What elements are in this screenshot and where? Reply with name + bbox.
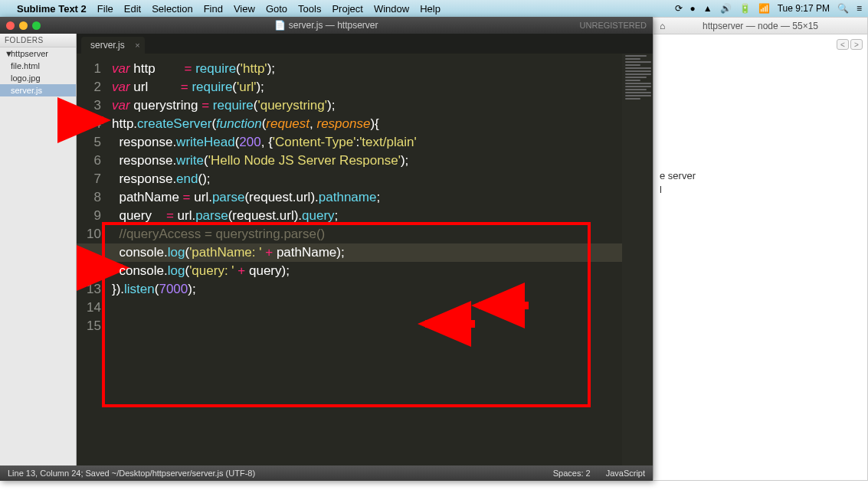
terminal-fwd-button[interactable]: > [850,39,863,50]
status-bar: Line 13, Column 24; Saved ~/Desktop/http… [0,466,653,481]
sublime-titlebar[interactable]: 📄 server.js — httpserver UNREGISTERED [0,17,653,34]
sidebar-file-selected[interactable]: server.js [0,84,76,96]
traffic-lights [6,21,41,30]
menu-goto[interactable]: Goto [266,3,287,15]
sidebar: FOLDERS ▼httpserver file.html logo.jpg s… [0,34,77,466]
menu-window[interactable]: Window [374,3,409,15]
tab-label: server.js [90,40,125,51]
menu-view[interactable]: View [234,3,255,15]
terminal-titlebar[interactable]: ⌂ httpserver — node — 55×15 [653,18,867,34]
tab-bar: server.js × [77,34,653,54]
menu-selection[interactable]: Selection [152,3,192,15]
menubar-status-icons: ⟳ ● ▲ 🔊 🔋 📶 Tue 9:17 PM 🔍 ≡ [675,3,862,14]
code-content[interactable]: var http = require('http');var url = req… [107,54,622,466]
notification-icon[interactable]: ≡ [857,3,862,14]
terminal-back-button[interactable]: < [837,39,849,50]
clock[interactable]: Tue 9:17 PM [778,3,830,14]
sidebar-file[interactable]: file.html [0,60,76,72]
terminal-nav-buttons: < > [837,39,863,50]
wifi-icon[interactable]: 📶 [758,3,770,14]
menu-project[interactable]: Project [332,3,362,15]
terminal-body[interactable]: e server l [653,34,867,201]
terminal-title: httpserver — node — 55×15 [653,21,867,31]
menu-find[interactable]: Find [204,3,223,15]
menu-edit[interactable]: Edit [124,3,141,15]
app-name[interactable]: Sublime Text 2 [17,3,87,15]
sidebar-header: FOLDERS [0,34,76,47]
close-window-button[interactable] [6,21,15,30]
menu-file[interactable]: File [97,3,113,15]
tab-close-icon[interactable]: × [135,41,139,50]
unregistered-label: UNREGISTERED [580,21,647,30]
cloud-icon[interactable]: ● [690,3,696,14]
sublime-window: 📄 server.js — httpserver UNREGISTERED FO… [0,17,653,481]
terminal-window[interactable]: ⌂ httpserver — node — 55×15 < > e server… [653,17,868,481]
sync-icon[interactable]: ⟳ [675,3,683,14]
status-language[interactable]: JavaScript [606,469,645,478]
tab-serverjs[interactable]: server.js × [81,37,145,54]
battery-icon[interactable]: 🔋 [739,3,751,14]
status-left: Line 13, Column 24; Saved ~/Desktop/http… [8,469,255,478]
sidebar-project[interactable]: ▼httpserver [0,47,76,60]
menu-tools[interactable]: Tools [298,3,321,15]
terminal-line: e server [660,169,861,183]
minimap[interactable] [622,54,653,466]
editor-area: server.js × 123456789101112131415 var ht… [77,34,653,466]
sidebar-file[interactable]: logo.jpg [0,72,76,84]
spotlight-icon[interactable]: 🔍 [837,3,849,14]
mac-menubar: Sublime Text 2 File Edit Selection Find … [0,0,868,17]
code-editor[interactable]: 123456789101112131415 var http = require… [77,54,653,466]
title-file-icon: 📄 [274,20,286,31]
terminal-line: l [660,183,861,197]
zoom-window-button[interactable] [32,21,41,30]
status-spaces[interactable]: Spaces: 2 [553,469,591,478]
gdrive-icon[interactable]: ▲ [703,3,712,14]
minimize-window-button[interactable] [19,21,28,30]
volume-icon[interactable]: 🔊 [720,3,732,14]
menu-help[interactable]: Help [420,3,441,15]
window-title: 📄 server.js — httpserver [0,20,653,31]
